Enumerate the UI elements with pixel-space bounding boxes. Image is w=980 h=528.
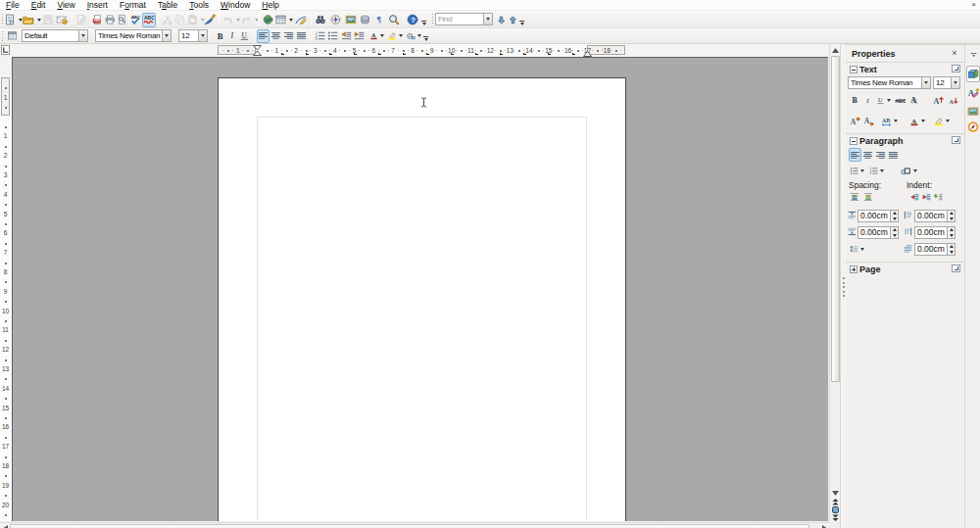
paragraph-dialog-launcher[interactable] [952,136,960,144]
page-preview-button[interactable] [116,13,128,27]
vertical-scrollbar-thumb[interactable] [831,56,840,382]
menu-format[interactable]: Format [114,0,152,11]
ruler-tab-stop[interactable] [451,53,454,55]
font-size-combo-value[interactable]: 12 [179,30,198,41]
menu-tools[interactable]: Tools [183,0,215,11]
above-spacing-value[interactable]: 0.00cm [858,211,890,221]
menu-help[interactable]: Help [256,0,284,11]
draw-functions-button[interactable] [294,13,308,27]
after-indent-value[interactable]: 0.00cm [915,227,947,238]
scroll-right-button[interactable] [819,523,829,528]
copy-button[interactable] [173,13,186,27]
vertical-ruler[interactable]: 11234567891011121314151617181920 [0,57,12,521]
underline-dropdown-arrow[interactable] [887,93,892,108]
nonprinting-characters-button[interactable]: ¶ [373,13,386,27]
increase-spacing-button[interactable] [849,190,860,204]
open-button[interactable] [22,13,35,27]
ruler-tab-stop[interactable] [281,53,284,55]
before-indent-value[interactable]: 0.00cm [915,211,947,221]
character-spacing-button[interactable]: AB [880,114,893,128]
sidebar-close-icon[interactable]: × [950,48,959,58]
zoom-button[interactable] [387,13,401,27]
cut-button[interactable] [161,13,174,27]
before-indent-spinner[interactable] [947,211,955,221]
find-toolbar-overflow-button[interactable] [518,13,525,27]
data-sources-button[interactable] [359,13,371,27]
firstline-indent-spinner[interactable] [947,244,955,255]
decrease-font-size-button[interactable]: A [947,93,959,108]
decrease-spacing-button[interactable] [862,190,874,204]
standard-toolbar-overflow-button[interactable] [420,13,427,27]
toolbar-grip[interactable] [1,30,4,42]
undo-button[interactable] [221,13,234,27]
decrease-indent-button[interactable] [340,29,353,43]
expand-icon[interactable] [850,265,858,273]
right-indent-marker[interactable] [583,49,592,55]
font-size-combo[interactable]: 12 [178,29,208,42]
line-spacing-dropdown-arrow[interactable] [860,242,865,256]
save-button[interactable] [41,13,55,27]
collapse-icon[interactable] [850,137,858,145]
paragraph-background-dropdown-arrow[interactable] [913,164,918,177]
after-indent-spinner[interactable] [947,227,955,238]
deck-tab-gallery[interactable] [966,103,980,120]
horizontal-ruler[interactable]: 1123456789101112131415161718 [12,44,829,57]
decrease-indent-button[interactable] [921,190,932,204]
font-color-dropdown-arrow[interactable] [379,29,385,43]
scroll-left-button[interactable] [0,523,10,528]
sidebar-font-name-combo[interactable]: Times New Roman [848,76,931,89]
firstline-indent-value[interactable]: 0.00cm [915,244,947,255]
sidebar-font-name-combo-dropdown-arrow[interactable] [921,77,930,88]
subscript-button[interactable]: A [862,114,875,128]
ruler-tab-stop[interactable] [475,53,478,55]
menu-edit[interactable]: Edit [25,0,52,11]
shadow-button[interactable]: AA [907,93,920,108]
find-previous-button[interactable] [508,13,518,27]
font-size-combo-dropdown-arrow[interactable] [198,30,207,41]
bullets-button[interactable] [326,29,339,43]
navigator-button[interactable] [329,13,342,27]
print-button[interactable] [104,13,117,27]
numbering-button[interactable]: 123 [314,29,326,43]
ruler-tab-stop[interactable] [378,53,381,55]
font-name-combo-value[interactable]: Times New Roman [96,30,162,41]
sidebar-font-size-combo[interactable]: 12 [933,76,960,89]
paragraph-background-button[interactable] [899,164,912,177]
below-spacing-value[interactable]: 0.00cm [858,227,890,238]
sidebar-menu-button[interactable] [966,48,980,60]
bullets-dropdown-arrow[interactable] [860,164,865,177]
formatting-toolbar-overflow-button[interactable] [422,29,429,43]
menu-insert[interactable]: Insert [81,0,114,11]
text-dialog-launcher[interactable] [952,65,960,72]
justify-button[interactable] [295,29,308,43]
highlighting-button[interactable] [387,29,398,43]
ruler-tab-stop[interactable] [306,53,309,55]
close-document-icon[interactable]: × [969,0,978,10]
styles-panel-button[interactable] [6,29,19,43]
horizontal-scrollbar[interactable] [0,522,829,528]
font-name-combo[interactable]: Times New Roman [95,29,172,42]
format-paintbrush-button[interactable] [203,13,217,27]
ruler-tab-stop[interactable] [329,53,332,55]
find-next-button[interactable] [496,13,507,27]
line-spacing-button[interactable] [849,242,859,256]
numbering-button[interactable]: 123 [868,164,879,177]
sidebar-font-size-combo-dropdown-arrow[interactable] [951,77,959,88]
increase-font-size-button[interactable]: A [932,93,945,108]
ruler-tab-stop[interactable] [354,53,357,55]
indent-markers[interactable] [253,45,262,56]
ruler-tab-stop[interactable] [403,53,406,55]
align-left-button[interactable] [849,148,861,162]
toolbar-grip[interactable] [431,13,434,25]
font-color-button[interactable]: A [908,114,920,128]
highlighting-dropdown-arrow[interactable] [398,29,404,43]
firstline-indent-field[interactable]: 0.00cm [914,243,956,256]
align-left-button[interactable] [257,29,270,43]
find-input[interactable]: Find [435,13,493,25]
italic-button[interactable]: I [862,93,873,108]
align-right-button[interactable] [282,29,295,43]
below-spacing-spinner[interactable] [890,227,898,238]
email-button[interactable] [55,13,69,27]
find-input-dropdown-arrow[interactable] [483,14,492,24]
font-color-dropdown-arrow[interactable] [921,114,926,128]
